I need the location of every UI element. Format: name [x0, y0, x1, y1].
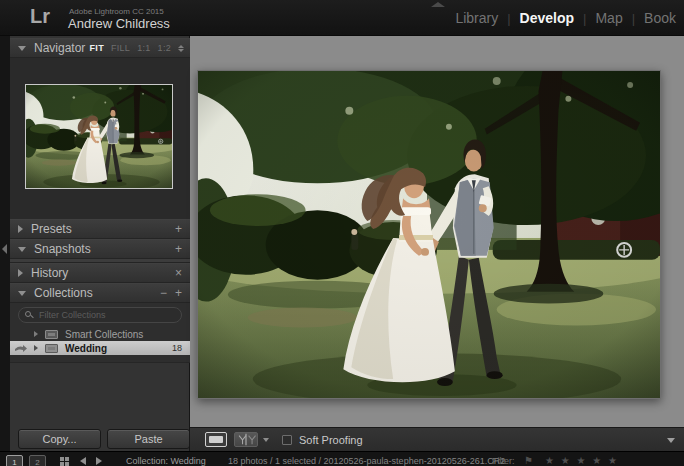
go-back-icon[interactable]: [80, 457, 86, 465]
filter-stars-icons[interactable]: ★ ★ ★ ★ ★: [545, 455, 619, 466]
collections-filter-box: [18, 307, 182, 323]
module-tab-develop[interactable]: Develop: [520, 10, 574, 26]
separator: |: [632, 11, 635, 26]
disclosure-down-icon: [18, 247, 26, 252]
add-snapshot-button[interactable]: +: [175, 243, 182, 255]
collection-label: Wedding: [65, 343, 107, 354]
snapshots-panel-header[interactable]: Snapshots +: [10, 239, 190, 259]
module-tab-book[interactable]: Book: [644, 10, 676, 26]
toolbar-options-dropdown-icon[interactable]: [667, 438, 675, 443]
before-after-dropdown-icon[interactable]: [263, 438, 269, 442]
add-preset-button[interactable]: +: [175, 223, 182, 235]
module-picker: Library | Develop | Map | Book: [455, 10, 676, 26]
copy-paste-row: Copy... Paste: [10, 428, 190, 451]
collection-item-wedding[interactable]: Wedding 18: [10, 341, 190, 355]
grid-view-icon[interactable]: [60, 457, 69, 466]
filmstrip-filter-label: Filter:: [492, 456, 515, 466]
history-panel-header[interactable]: History ×: [10, 263, 190, 283]
left-panel-rail: [0, 36, 10, 451]
navigator-preview-area: [10, 58, 190, 219]
develop-canvas: [190, 36, 684, 427]
filmstrip-status-text: 18 photos / 1 selected / 20120526-paula-…: [228, 456, 505, 466]
soft-proofing-checkbox[interactable]: [282, 435, 292, 445]
go-forward-icon[interactable]: [96, 457, 102, 465]
photo-count-badge: 18: [172, 343, 182, 353]
navigator-panel-header[interactable]: Navigator FIT FILL 1:1 1:2: [10, 38, 190, 58]
filmstrip-source-label[interactable]: Collection: Wedding: [126, 456, 206, 466]
lightroom-logo: Lr: [30, 5, 50, 28]
zoom-option-1-1[interactable]: 1:1: [137, 43, 150, 53]
disclosure-right-icon: [18, 225, 23, 233]
disclosure-right-icon: [34, 345, 38, 351]
presets-title: Presets: [31, 222, 72, 236]
separator: |: [583, 11, 586, 26]
copy-button[interactable]: Copy...: [18, 429, 101, 449]
develop-toolbar: Soft Proofing: [190, 427, 684, 451]
left-panel-collapse-arrow-icon[interactable]: [2, 244, 7, 254]
collections-panel-header[interactable]: Collections − +: [10, 283, 190, 303]
left-panel: Navigator FIT FILL 1:1 1:2 Presets + Sna…: [10, 36, 190, 451]
monitor-1-label: 1: [12, 458, 16, 466]
module-tab-map[interactable]: Map: [595, 10, 622, 26]
disclosure-right-icon: [18, 269, 23, 277]
soft-proofing-label: Soft Proofing: [299, 434, 363, 446]
monitor-2-label: 2: [35, 458, 39, 466]
filmstrip-bar: 1 2 Collection: Wedding 18 photos / 1 se…: [0, 451, 684, 466]
identity-plate: Andrew Childress: [68, 16, 170, 31]
collection-icon: [45, 344, 58, 353]
navigator-thumbnail[interactable]: [25, 84, 173, 189]
snapshots-title: Snapshots: [34, 242, 91, 256]
disclosure-down-icon: [18, 46, 26, 51]
zoom-option-1-2[interactable]: 1:2: [158, 43, 171, 53]
lightroom-window: Lr Adobe Lightroom CC 2015 Andrew Childr…: [0, 0, 684, 466]
paste-button[interactable]: Paste: [107, 429, 190, 449]
second-window-icon[interactable]: 2: [29, 455, 46, 466]
collection-item-smart-collections[interactable]: Smart Collections: [10, 327, 190, 341]
add-collection-button[interactable]: +: [175, 287, 182, 299]
clear-history-button[interactable]: ×: [175, 267, 182, 279]
before-after-view-icon[interactable]: [234, 432, 258, 447]
navigator-photo-preview: [26, 85, 172, 188]
smart-collection-icon: [45, 330, 58, 339]
app-version-label: Adobe Lightroom CC 2015: [69, 7, 164, 16]
search-icon: [25, 311, 33, 319]
presets-panel-header[interactable]: Presets +: [10, 219, 190, 239]
remove-collection-button[interactable]: −: [160, 287, 167, 299]
zoom-option-fill[interactable]: FILL: [111, 43, 130, 53]
before-after-glyph: [235, 433, 257, 446]
zoom-option-fit[interactable]: FIT: [90, 43, 104, 53]
top-bar: Lr Adobe Lightroom CC 2015 Andrew Childr…: [0, 0, 684, 36]
loupe-view-icon[interactable]: [205, 432, 227, 447]
separator: |: [507, 11, 510, 26]
navigator-zoom-options: FIT FILL 1:1 1:2: [90, 43, 184, 53]
disclosure-down-icon: [18, 291, 26, 296]
disclosure-right-icon: [34, 331, 38, 337]
wedding-photo-image: [198, 71, 660, 398]
zoom-ratio-swap-icon[interactable]: [178, 45, 184, 52]
filter-flag-icon[interactable]: ⚑: [524, 455, 533, 466]
navigator-title: Navigator: [34, 41, 85, 55]
collections-filter-input[interactable]: [39, 310, 175, 320]
collection-label: Smart Collections: [65, 329, 143, 340]
main-photo[interactable]: [197, 70, 661, 399]
module-tab-library[interactable]: Library: [455, 10, 498, 26]
main-window-icon[interactable]: 1: [6, 455, 23, 466]
current-collection-arrow-icon: [15, 345, 27, 352]
collections-title: Collections: [34, 286, 93, 300]
history-title: History: [31, 266, 68, 280]
top-panel-collapse-arrow-icon[interactable]: [431, 2, 445, 7]
